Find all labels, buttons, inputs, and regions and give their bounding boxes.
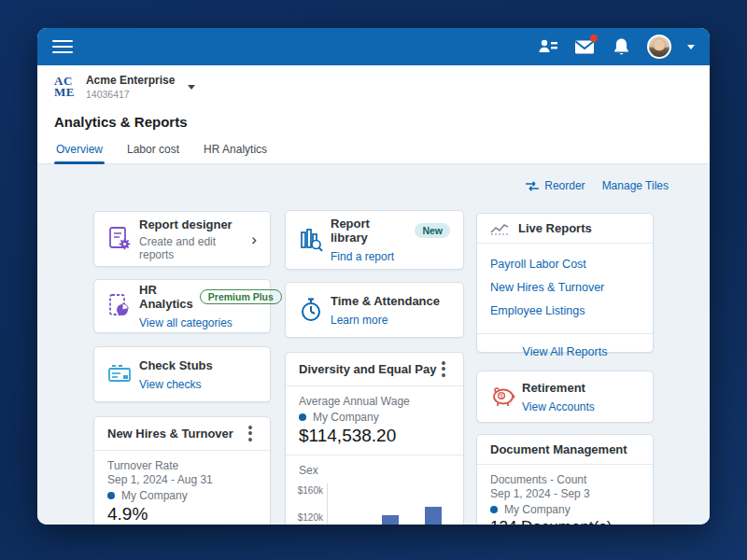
time-attendance-card[interactable]: Time & Attendance Learn more bbox=[285, 282, 464, 338]
documents-count-value: 134 Document(s) bbox=[490, 518, 640, 525]
premium-plus-badge: Premium Plus bbox=[200, 289, 282, 304]
report-designer-subtitle: Create and edit reports bbox=[139, 235, 251, 261]
top-navigation-bar bbox=[37, 28, 710, 65]
documents-count-label: Documents - Count bbox=[490, 473, 640, 487]
learn-more-link[interactable]: Learn more bbox=[331, 314, 440, 327]
tab-bar: Overview Labor cost HR Analytics bbox=[37, 139, 710, 164]
bar-2 bbox=[382, 515, 399, 525]
report-library-icon bbox=[299, 227, 331, 253]
series-dot bbox=[490, 506, 498, 513]
company-selector-row: AC ME Acme Enterprise 14036417 bbox=[37, 65, 710, 106]
view-all-reports-link[interactable]: View All Reports bbox=[523, 345, 608, 358]
stopwatch-icon bbox=[299, 297, 331, 323]
series-label: My Company bbox=[313, 411, 379, 424]
menu-icon[interactable] bbox=[52, 36, 73, 57]
y-tick-label: $160k bbox=[298, 485, 323, 496]
avg-annual-wage-label: Average Annual Wage bbox=[299, 395, 450, 409]
hr-analytics-icon bbox=[107, 293, 139, 319]
series-label: My Company bbox=[121, 489, 188, 502]
manage-tiles-button[interactable]: Manage Tiles bbox=[602, 179, 669, 192]
check-stubs-card[interactable]: Check Stubs View checks bbox=[93, 346, 271, 402]
diversity-equal-pay-card: Diversity and Equal Pay ••• Average Annu… bbox=[285, 352, 464, 525]
turnover-rate-label: Turnover Rate bbox=[107, 459, 257, 473]
company-name: Acme Enterprise bbox=[86, 74, 175, 87]
employee-listings-link[interactable]: Employee Listings bbox=[490, 304, 640, 317]
report-designer-card[interactable]: Report designer Create and edit reports … bbox=[93, 211, 271, 267]
turnover-date-range: Sep 1, 2024 - Aug 31 bbox=[107, 473, 257, 487]
reorder-icon bbox=[526, 181, 539, 191]
report-designer-icon bbox=[107, 226, 139, 252]
reorder-button[interactable]: Reorder bbox=[526, 179, 585, 192]
company-caret-icon[interactable] bbox=[188, 85, 195, 90]
report-library-title: Report library New bbox=[331, 217, 450, 245]
live-reports-chart-icon bbox=[490, 222, 509, 235]
dashboard-actions: Reorder Manage Tiles bbox=[526, 179, 669, 192]
kebab-menu-icon[interactable]: ••• bbox=[244, 425, 257, 442]
document-management-title: Document Management bbox=[490, 442, 627, 456]
series-dot bbox=[299, 413, 306, 421]
mail-icon[interactable] bbox=[574, 36, 595, 57]
new-badge: New bbox=[415, 223, 450, 238]
dashboard-content: Reorder Manage Tiles bbox=[37, 164, 710, 525]
documents-date-range: Sep 1, 2024 - Sep 3 bbox=[490, 487, 640, 501]
new-hires-turnover-link[interactable]: New Hires & Turnover bbox=[490, 281, 640, 294]
piggy-bank-icon: $ bbox=[490, 385, 522, 408]
sex-dimension-label: Sex bbox=[299, 464, 450, 478]
company-id: 14036417 bbox=[86, 89, 175, 100]
chevron-right-icon[interactable]: › bbox=[251, 231, 257, 247]
check-stubs-icon bbox=[107, 362, 139, 386]
acme-logo: AC ME bbox=[54, 76, 75, 98]
live-reports-title: Live Reports bbox=[518, 221, 592, 235]
sex-bar-chart: $160k$120k$80k bbox=[299, 483, 450, 525]
report-designer-title: Report designer bbox=[139, 217, 251, 231]
caret-down-icon[interactable] bbox=[687, 45, 695, 49]
find-a-report-link[interactable]: Find a report bbox=[331, 250, 450, 263]
bell-icon[interactable] bbox=[611, 36, 631, 57]
check-stubs-title: Check Stubs bbox=[139, 358, 213, 372]
retirement-card[interactable]: $ Retirement View Accounts bbox=[476, 371, 654, 423]
y-tick-label: $120k bbox=[298, 512, 323, 523]
view-accounts-link[interactable]: View Accounts bbox=[522, 400, 595, 413]
avg-annual-wage-value: $114,538.20 bbox=[299, 426, 450, 446]
svg-text:$: $ bbox=[500, 393, 503, 399]
y-axis-ticks: $160k$120k$80k bbox=[299, 483, 327, 525]
document-management-card: Document Management Documents - Count Se… bbox=[476, 434, 654, 525]
page-title: Analytics & Reports bbox=[37, 106, 710, 139]
user-avatar[interactable] bbox=[647, 35, 671, 59]
tab-labor-cost[interactable]: Labor cost bbox=[125, 139, 181, 163]
people-icon[interactable] bbox=[538, 36, 558, 57]
new-hires-title: New Hires & Turnover bbox=[107, 427, 233, 441]
app-window: AC ME Acme Enterprise 14036417 Analytics… bbox=[37, 28, 710, 525]
mail-alert-dot bbox=[590, 35, 598, 42]
time-attendance-title: Time & Attendance bbox=[331, 294, 440, 308]
view-all-categories-link[interactable]: View all categories bbox=[139, 316, 282, 329]
tab-overview[interactable]: Overview bbox=[54, 139, 105, 163]
kebab-menu-icon[interactable]: ••• bbox=[437, 360, 450, 378]
new-hires-turnover-card: New Hires & Turnover ••• Turnover Rate S… bbox=[93, 416, 271, 525]
bar-3 bbox=[425, 507, 442, 525]
report-library-card[interactable]: Report library New Find a report bbox=[285, 210, 464, 270]
diversity-title: Diversity and Equal Pay bbox=[299, 362, 436, 376]
bar-plot bbox=[327, 483, 450, 525]
hr-analytics-title: HR Analytics Premium Plus bbox=[139, 283, 282, 311]
payroll-labor-cost-link[interactable]: Payroll Labor Cost bbox=[490, 258, 640, 271]
turnover-rate-value: 4.9% bbox=[107, 504, 257, 525]
tab-hr-analytics[interactable]: HR Analytics bbox=[202, 139, 269, 163]
view-checks-link[interactable]: View checks bbox=[139, 378, 213, 391]
series-dot bbox=[107, 492, 115, 499]
retirement-title: Retirement bbox=[522, 381, 595, 395]
hr-analytics-card[interactable]: HR Analytics Premium Plus View all categ… bbox=[93, 279, 271, 333]
series-label: My Company bbox=[504, 503, 571, 516]
live-reports-card: Live Reports Payroll Labor Cost New Hire… bbox=[476, 213, 654, 353]
